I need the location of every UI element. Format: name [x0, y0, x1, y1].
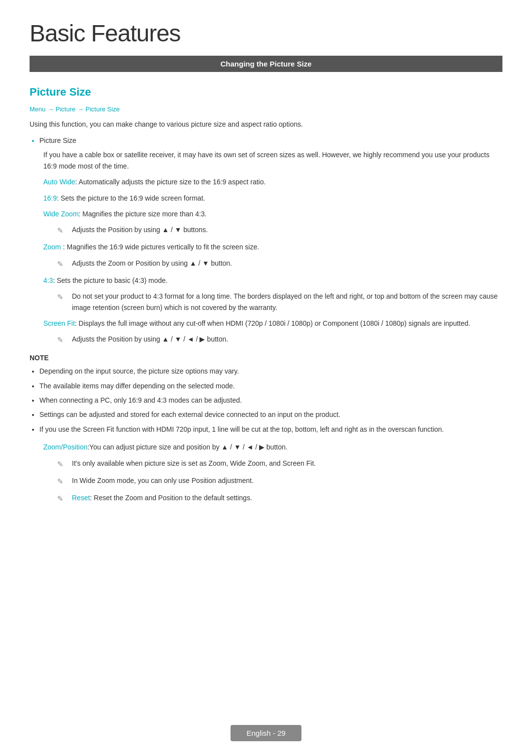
footer-badge: English - 29: [231, 725, 301, 741]
term-zoom: Zoom: [43, 243, 61, 251]
pen-icon-2: ✎: [57, 258, 71, 270]
note-label: NOTE: [30, 354, 502, 362]
breadcrumb-item-picture-size: Picture Size: [86, 105, 120, 113]
pen-note-4-text: Adjusts the Position by using ▲ / ▼ / ◄ …: [72, 334, 228, 344]
pen-note-1: ✎ Adjusts the Position by using ▲ / ▼ bu…: [57, 224, 502, 237]
desc-wide-zoom: : Magnifies the picture size more than 4…: [79, 210, 207, 218]
colon-auto-wide: : Automatically adjusts the picture size…: [75, 178, 266, 186]
note-bullet-3: When connecting a PC, only 16:9 and 4:3 …: [39, 395, 502, 406]
pen-note-7: ✎ Reset: Reset the Zoom and Position to …: [57, 492, 502, 505]
page-container: Basic Features Changing the Picture Size…: [0, 0, 532, 549]
breadcrumb-item-menu: Menu: [30, 105, 46, 113]
pen-note-2-text: Adjusts the Zoom or Position by using ▲ …: [72, 258, 232, 269]
breadcrumb-separator-1: →: [47, 105, 56, 113]
bullet-picture-size-term: Picture Size: [39, 137, 76, 144]
pen-note-6-text: In Wide Zoom mode, you can only use Posi…: [72, 475, 254, 486]
pen-icon-3: ✎: [57, 291, 71, 303]
pen-icon-4: ✎: [57, 334, 71, 346]
pen-note-7-text: Reset: Reset the Zoom and Position to th…: [72, 492, 252, 503]
item-wide-zoom: Wide Zoom: Magnifies the picture size mo…: [43, 208, 502, 219]
desc-4-3: : Sets the picture to basic (4:3) mode.: [53, 276, 167, 284]
pen-note-3: ✎ Do not set your product to 4:3 format …: [57, 291, 502, 313]
pen-icon-6: ✎: [57, 476, 71, 487]
note-bullet-1: Depending on the input source, the pictu…: [39, 366, 502, 377]
intro-text: Using this function, you can make change…: [30, 119, 502, 130]
term-screen-fit: Screen Fit: [43, 319, 75, 327]
item-16-9: 16:9: Sets the picture to the 16:9 wide …: [43, 193, 502, 204]
pen-note-4: ✎ Adjusts the Position by using ▲ / ▼ / …: [57, 334, 502, 346]
pen-note-3-text: Do not set your product to 4:3 format fo…: [72, 291, 502, 313]
page-title: Basic Features: [30, 20, 502, 47]
pen-icon-7: ✎: [57, 493, 71, 505]
pen-note-5-text: It's only available when picture size is…: [72, 458, 316, 469]
term-16-9: 16:9: [43, 194, 57, 202]
desc-16-9: : Sets the picture to the 16:9 wide scre…: [57, 194, 205, 202]
desc-zoom-position: :You can adjust picture size and positio…: [87, 443, 287, 451]
term-wide-zoom: Wide Zoom: [43, 210, 79, 218]
desc-screen-fit: : Displays the full image without any cu…: [75, 319, 470, 327]
item-auto-wide: Auto Wide: Automatically adjusts the pic…: [43, 176, 502, 187]
main-bullet-list: Picture Size: [39, 137, 502, 144]
desc-zoom: : Magnifies the 16:9 wide pictures verti…: [61, 243, 259, 251]
item-zoom: Zoom : Magnifies the 16:9 wide pictures …: [43, 241, 502, 252]
section-header: Changing the Picture Size: [30, 56, 502, 72]
item-screen-fit: Screen Fit: Displays the full image with…: [43, 318, 502, 329]
footer: English - 29: [0, 725, 532, 741]
breadcrumb-item-picture: Picture: [56, 105, 75, 113]
term-auto-wide: Auto Wide: [43, 178, 75, 186]
pen-note-1-text: Adjusts the Position by using ▲ / ▼ butt…: [72, 224, 208, 235]
subsection-title: Picture Size: [30, 86, 502, 99]
term-zoom-position: Zoom/Position: [43, 443, 87, 451]
term-4-3: 4:3: [43, 276, 53, 284]
note-bullets-list: Depending on the input source, the pictu…: [39, 366, 502, 435]
note-bullet-4: Settings can be adjusted and stored for …: [39, 409, 502, 420]
bullet-picture-size: Picture Size: [39, 137, 502, 144]
item-4-3: 4:3: Sets the picture to basic (4:3) mod…: [43, 275, 502, 286]
note-bullet-5: If you use the Screen Fit function with …: [39, 424, 502, 435]
indent-paragraph: If you have a cable box or satellite rec…: [43, 149, 502, 172]
pen-icon-1: ✎: [57, 225, 71, 237]
pen-icon-5: ✎: [57, 458, 71, 470]
pen-note-6: ✎ In Wide Zoom mode, you can only use Po…: [57, 475, 502, 487]
breadcrumb: Menu → Picture → Picture Size: [30, 105, 502, 113]
pen-note-5: ✎ It's only available when picture size …: [57, 458, 502, 470]
term-reset: Reset: [72, 494, 90, 502]
item-zoom-position: Zoom/Position:You can adjust picture siz…: [43, 442, 502, 452]
note-bullet-2: The available items may differ depending…: [39, 380, 502, 391]
breadcrumb-separator-2: →: [77, 105, 86, 113]
pen-note-2: ✎ Adjusts the Zoom or Position by using …: [57, 258, 502, 270]
